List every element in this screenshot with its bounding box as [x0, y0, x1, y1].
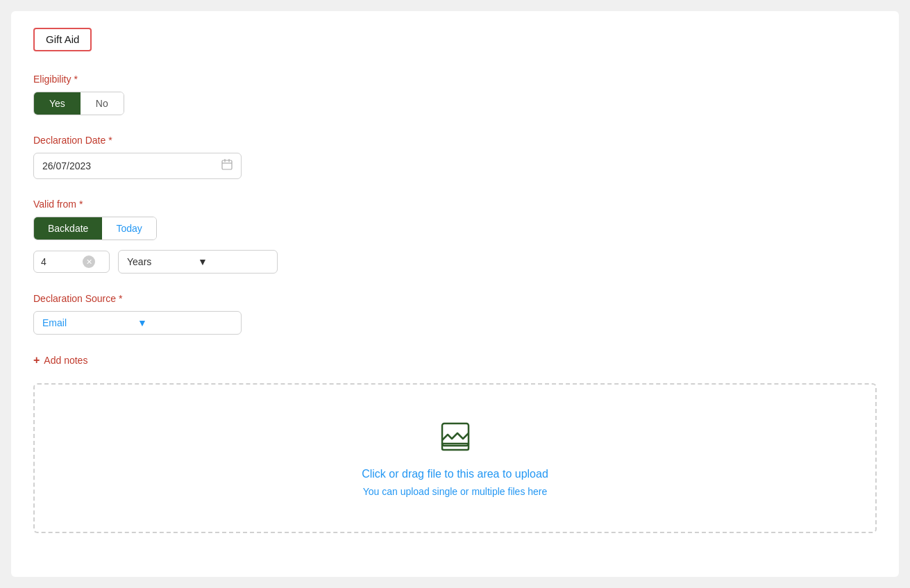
- valid-from-required: *: [79, 199, 83, 210]
- eligibility-toggle-group: Yes No: [33, 92, 124, 115]
- svg-rect-0: [222, 160, 232, 169]
- eligibility-label: Eligibility *: [33, 74, 877, 85]
- calendar-icon[interactable]: [221, 159, 233, 173]
- declaration-date-label: Declaration Date *: [33, 135, 877, 146]
- declaration-source-value: Email: [42, 317, 137, 328]
- period-select-wrapper[interactable]: Years ▼: [118, 250, 278, 274]
- add-notes-label: Add notes: [44, 355, 87, 366]
- declaration-date-required: *: [108, 135, 112, 146]
- declaration-date-input-wrapper[interactable]: [33, 153, 242, 179]
- add-notes-button[interactable]: + Add notes: [33, 354, 87, 367]
- today-button[interactable]: Today: [102, 217, 155, 240]
- declaration-source-section: Declaration Source * Email ▼: [33, 293, 877, 335]
- declaration-date-input[interactable]: [42, 160, 221, 171]
- source-chevron-down-icon: ▼: [137, 317, 233, 328]
- number-input-wrapper[interactable]: ✕: [33, 251, 110, 273]
- period-chevron-down-icon: ▼: [198, 256, 269, 267]
- valid-from-section: Valid from * Backdate Today ✕ Years ▼: [33, 199, 877, 274]
- page-title: Gift Aid: [46, 33, 79, 45]
- page-title-box: Gift Aid: [33, 28, 92, 51]
- backdate-button[interactable]: Backdate: [34, 217, 102, 240]
- declaration-source-required: *: [119, 293, 122, 304]
- upload-area[interactable]: Click or drag file to this area to uploa…: [33, 383, 877, 533]
- valid-from-label: Valid from *: [33, 199, 877, 210]
- plus-icon: +: [33, 354, 40, 367]
- backdate-today-group: Backdate Today: [33, 217, 157, 240]
- backdate-row: ✕ Years ▼: [33, 250, 877, 274]
- upload-sub-link: upload single or multiple files here: [401, 486, 548, 497]
- clear-number-button[interactable]: ✕: [83, 255, 95, 268]
- backdate-number-input[interactable]: [41, 256, 83, 267]
- upload-main-text: Click or drag file to this area to uploa…: [362, 468, 548, 480]
- eligibility-yes-button[interactable]: Yes: [34, 92, 81, 115]
- period-select-value: Years: [127, 256, 198, 267]
- upload-sub-prefix: You can: [363, 486, 401, 497]
- eligibility-required: *: [74, 74, 77, 85]
- upload-icon: [438, 419, 473, 457]
- declaration-date-section: Declaration Date *: [33, 135, 877, 179]
- declaration-source-label: Declaration Source *: [33, 293, 877, 304]
- upload-sub-text: You can upload single or multiple files …: [363, 486, 548, 497]
- eligibility-no-button[interactable]: No: [81, 92, 124, 115]
- main-card: Gift Aid Eligibility * Yes No Declaratio…: [11, 11, 899, 577]
- eligibility-section: Eligibility * Yes No: [33, 74, 877, 115]
- declaration-source-select[interactable]: Email ▼: [33, 311, 242, 335]
